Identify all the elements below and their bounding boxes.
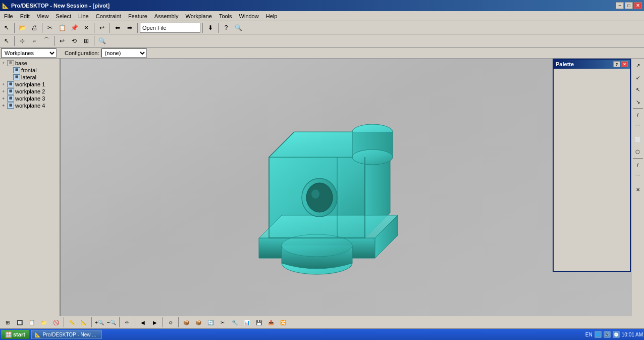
bt-smiley[interactable]: ☺ [165, 317, 176, 328]
expand-wp1: + [2, 82, 7, 87]
tb2-btn4[interactable]: ↩ [57, 35, 68, 46]
tb2-btn5[interactable]: ⟲ [69, 35, 80, 46]
bt-cut2[interactable]: ✂ [217, 317, 228, 328]
separator1 [14, 23, 15, 33]
palette-help-btn[interactable]: ? [613, 61, 620, 67]
rt-btn5[interactable]: / [632, 110, 643, 121]
tb2-pointer[interactable]: ↖ [1, 35, 12, 46]
tb-print[interactable]: 🖨 [29, 22, 40, 33]
bt-btn5[interactable]: 🚫 [50, 317, 62, 328]
tb-paste[interactable]: 📌 [69, 22, 80, 33]
start-button[interactable]: 🪟 start [1, 330, 29, 339]
tb-pointer[interactable]: ↖ [1, 22, 12, 33]
palette-titlebar-btns: ? ✕ [613, 61, 628, 67]
rt-btn6[interactable]: ⌒ [632, 122, 643, 133]
bt-forward[interactable]: ▶ [149, 317, 160, 328]
menu-file[interactable]: File [1, 12, 16, 20]
bt-back[interactable]: ◀ [137, 317, 148, 328]
bt-edit[interactable]: ✏ [122, 317, 133, 328]
bt-zoom-out[interactable]: −🔍 [106, 317, 117, 328]
tree-item-wp3[interactable]: + ▦ workplane 3 [1, 95, 59, 102]
close-button[interactable]: ✕ [634, 2, 642, 9]
sep2-3 [94, 36, 94, 46]
open-file-input[interactable] [140, 23, 200, 33]
tb-forward[interactable]: ➡ [124, 22, 135, 33]
bt-tool[interactable]: 🔧 [229, 317, 240, 328]
workplanes-select[interactable]: Workplanes [1, 48, 57, 58]
toolbar2: ↖ ⊹ ⌐ ⌒ ↩ ⟲ ⊞ 🔍 [0, 34, 644, 47]
rt-btn10[interactable]: ⌒ [632, 172, 643, 183]
configuration-select[interactable]: (none) [101, 48, 147, 58]
menu-help[interactable]: Help [263, 12, 281, 20]
tree-item-base[interactable]: + ⊞ base [1, 60, 59, 67]
3d-model [229, 91, 431, 283]
palette-close-btn[interactable]: ✕ [621, 61, 628, 67]
rt-btn11[interactable]: ✕ [632, 184, 643, 195]
tree-icon-base: ⊞ [7, 60, 14, 66]
tb-help[interactable]: ? [221, 22, 232, 33]
tb2-btn1[interactable]: ⊹ [17, 35, 28, 46]
bt-pkg2[interactable]: 📦 [193, 317, 204, 328]
tree-item-lateral[interactable]: ▦ lateral [1, 74, 59, 81]
app-icon: 📐 [2, 3, 9, 9]
tree-item-wp4[interactable]: + ▦ workplane 4 [1, 102, 59, 109]
taskbar-app-item[interactable]: 📐 Pro/DESKTOP - New ... [31, 330, 102, 339]
tb2-btn2[interactable]: ⌐ [29, 35, 40, 46]
bt-rotate[interactable]: 🔄 [205, 317, 216, 328]
menu-assembly[interactable]: Assembly [151, 12, 182, 20]
bt-export[interactable]: 📤 [265, 317, 277, 328]
tb-open[interactable]: 📂 [17, 22, 28, 33]
tree-panel: + ⊞ base ▦ frontal ▦ lateral [0, 59, 61, 316]
tb-help2[interactable]: 🔍 [233, 22, 244, 33]
tb-undo[interactable]: ↩ [96, 22, 108, 33]
rt-btn7[interactable]: ⬜ [632, 134, 643, 145]
menu-tools[interactable]: Tools [216, 12, 235, 20]
expand-wp3: + [2, 96, 7, 101]
tb-cut[interactable]: ✂ [44, 22, 56, 33]
rt-btn8[interactable]: ⬡ [632, 146, 643, 157]
bt-chart[interactable]: 📊 [241, 317, 252, 328]
menu-constraint[interactable]: Constraint [93, 12, 124, 20]
tree-item-wp2[interactable]: + ▦ workplane 2 [1, 88, 59, 95]
tb-back[interactable]: ⬅ [112, 22, 123, 33]
menu-select[interactable]: Select [52, 12, 74, 20]
menu-edit[interactable]: Edit [17, 12, 33, 20]
tree-label-wp3: workplane 3 [15, 95, 45, 102]
rt-btn4[interactable]: ↘ [632, 96, 643, 107]
rt-btn1[interactable]: ↗ [632, 60, 643, 71]
rt-btn3[interactable]: ↖ [632, 84, 643, 95]
maximize-button[interactable]: □ [625, 2, 633, 9]
bt-btn3[interactable]: 📋 [26, 317, 37, 328]
bt-btn1[interactable]: ⊞ [2, 317, 13, 328]
menu-feature[interactable]: Feature [125, 12, 150, 20]
title-bar: 📐 Pro/DESKTOP - New Session - [pivot] − … [0, 0, 644, 11]
tree-item-frontal[interactable]: ▦ frontal [1, 67, 59, 74]
sep2-2 [54, 36, 55, 46]
menu-workplane[interactable]: Workplane [182, 12, 214, 20]
menu-window[interactable]: Window [236, 12, 262, 20]
bt-save[interactable]: 💾 [253, 317, 264, 328]
menu-view[interactable]: View [34, 12, 52, 20]
bt-pkg[interactable]: 📦 [181, 317, 192, 328]
viewport[interactable]: Palette ? ✕ [61, 59, 631, 316]
bt-btn6[interactable]: 📏 [66, 317, 77, 328]
tb-copy[interactable]: 📋 [57, 22, 68, 33]
tb2-zoom[interactable]: 🔍 [96, 35, 108, 46]
bt-btn2[interactable]: 🔲 [14, 317, 25, 328]
minimize-button[interactable]: − [616, 2, 624, 9]
rt-btn9[interactable]: / [632, 160, 643, 171]
tb2-btn6[interactable]: ⊞ [81, 35, 92, 46]
taskbar-right: EN 🌐 🔊 🕙 10:01 AM [585, 331, 643, 338]
tb-delete[interactable]: ✕ [81, 22, 92, 33]
menu-line[interactable]: Line [75, 12, 92, 20]
bt-shuffle[interactable]: 🔀 [278, 317, 289, 328]
tree-item-wp1[interactable]: + ▦ workplane 1 [1, 81, 59, 88]
rt-btn2[interactable]: ↙ [632, 72, 643, 83]
tb2-btn3[interactable]: ⌒ [41, 35, 52, 46]
app-taskbar-label: Pro/DESKTOP - New ... [43, 332, 96, 337]
bt-btn4[interactable]: 📁 [38, 317, 49, 328]
tb-nav[interactable]: ⬇ [205, 22, 216, 33]
bt-btn7[interactable]: 📐 [78, 317, 89, 328]
bt-zoom-in[interactable]: +🔍 [94, 317, 105, 328]
separator3 [94, 23, 94, 33]
